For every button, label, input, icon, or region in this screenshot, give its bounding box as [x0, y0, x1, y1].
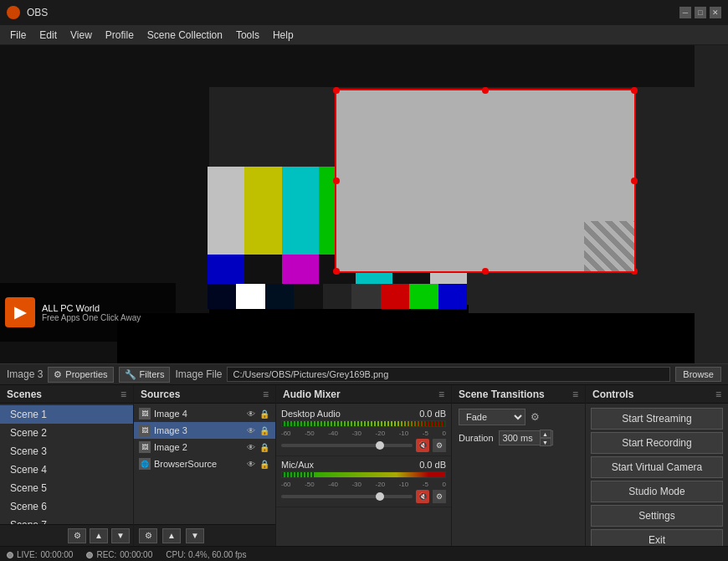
- handle-tm[interactable]: [482, 87, 489, 94]
- source-lock-btn-3[interactable]: 🔒: [259, 458, 270, 470]
- bar-b3: [282, 255, 319, 284]
- scene-item-5[interactable]: Scene 5: [0, 479, 133, 497]
- app-title: OBS: [27, 7, 48, 18]
- close-button[interactable]: ✕: [710, 7, 721, 18]
- desktop-settings-button[interactable]: ⚙: [433, 439, 446, 452]
- sources-panel-menu-icon[interactable]: ≡: [263, 389, 269, 400]
- menu-help[interactable]: Help: [266, 28, 300, 43]
- mic-fader-thumb[interactable]: [376, 492, 384, 501]
- maximize-button[interactable]: □: [695, 7, 706, 18]
- settings-button[interactable]: Settings: [591, 505, 723, 527]
- mic-aux-header: Mic/Aux 0.0 dB: [281, 460, 446, 470]
- start-virtual-camera-button[interactable]: Start Virtual Camera: [591, 456, 723, 478]
- source-lock-btn-2[interactable]: 🔒: [259, 441, 270, 453]
- source-name-0: Image 4: [154, 409, 187, 419]
- left-black: [0, 45, 117, 363]
- bar-yellow: [244, 167, 281, 255]
- cpu-status: CPU: 0.4%, 60.00 fps: [166, 550, 246, 559]
- handle-mr[interactable]: [631, 178, 638, 184]
- mic-mute-button[interactable]: 🔇: [416, 490, 429, 503]
- transition-gear-icon[interactable]: ⚙: [531, 411, 540, 423]
- source-controls-0: 👁 🔒: [245, 408, 270, 419]
- scene-item-3[interactable]: Scene 3: [0, 442, 133, 461]
- scene-item-7[interactable]: Scene 7: [0, 516, 133, 524]
- filters-tab[interactable]: 🔧 Filters: [119, 367, 171, 383]
- mic-settings-button[interactable]: ⚙: [433, 490, 446, 503]
- window-controls: ─ □ ✕: [679, 7, 721, 18]
- sources-settings-button[interactable]: ⚙: [139, 528, 157, 543]
- sources-move-up-button[interactable]: ▲: [162, 528, 181, 543]
- source-name-2: Image 2: [154, 442, 187, 452]
- live-status: LIVE: 00:00:00: [7, 550, 73, 559]
- scene-transitions-panel: Scene Transitions ≡ Fade Cut ⚙ Duration …: [452, 385, 586, 546]
- image-info-bar: Image 3 ⚙ Properties 🔧 Filters Image Fil…: [0, 363, 728, 385]
- menu-file[interactable]: File: [3, 28, 33, 43]
- source-eye-btn-1[interactable]: 👁: [245, 425, 257, 436]
- bottom-black: [117, 313, 695, 363]
- handle-tr[interactable]: [631, 87, 638, 94]
- handle-tl[interactable]: [333, 87, 340, 94]
- audio-panel-menu-icon[interactable]: ≡: [438, 389, 444, 400]
- desktop-audio-level: 0.0 dB: [419, 409, 446, 419]
- handle-br[interactable]: [631, 268, 638, 275]
- properties-tab[interactable]: ⚙ Properties: [48, 367, 113, 383]
- source-lock-btn-1[interactable]: 🔒: [259, 425, 270, 436]
- handle-ml[interactable]: [333, 178, 340, 184]
- scenes-move-down-button[interactable]: ▼: [111, 528, 130, 543]
- menu-edit[interactable]: Edit: [33, 28, 64, 43]
- menu-scene-collection[interactable]: Scene Collection: [141, 28, 229, 43]
- status-bar: LIVE: 00:00:00 REC: 00:00:00 CPU: 0.4%, …: [0, 546, 728, 561]
- source-item-2[interactable]: 🖼 Image 2 👁 🔒: [134, 439, 275, 455]
- duration-input-wrapper: ▲ ▼: [499, 430, 553, 445]
- scene-item-4[interactable]: Scene 4: [0, 461, 133, 479]
- desktop-fader-track[interactable]: [281, 444, 413, 447]
- transition-type-select[interactable]: Fade Cut: [459, 409, 525, 425]
- transitions-menu-icon[interactable]: ≡: [572, 389, 578, 400]
- start-streaming-button[interactable]: Start Streaming: [591, 408, 723, 430]
- exit-button[interactable]: Exit: [591, 529, 723, 546]
- source-name-1: Image 3: [154, 425, 187, 435]
- menu-view[interactable]: View: [64, 28, 99, 43]
- mic-fader-track[interactable]: [281, 495, 413, 498]
- desktop-audio-labels: -60 -50 -40 -30 -20 -10 -5 0: [281, 430, 446, 437]
- bar-cyan: [282, 167, 319, 255]
- browse-button[interactable]: Browse: [675, 367, 721, 382]
- scenes-panel-menu-icon[interactable]: ≡: [120, 389, 126, 400]
- source-item-3[interactable]: 🌐 BrowserSource 👁 🔒: [134, 455, 275, 472]
- menu-profile[interactable]: Profile: [99, 28, 141, 43]
- audio-mixer-panel: Audio Mixer ≡ Desktop Audio 0.0 dB -60 -…: [276, 385, 452, 546]
- scene-item-6[interactable]: Scene 6: [0, 497, 133, 516]
- bar-t3: [265, 284, 294, 309]
- studio-mode-button[interactable]: Studio Mode: [591, 481, 723, 502]
- desktop-mute-button[interactable]: 🔇: [416, 439, 429, 452]
- minimize-button[interactable]: ─: [679, 7, 691, 18]
- sources-move-down-button[interactable]: ▼: [186, 528, 204, 543]
- rec-time: 00:00:00: [120, 550, 152, 559]
- scenes-move-up-button[interactable]: ▲: [90, 528, 108, 543]
- controls-body: Start Streaming Start Recording Start Vi…: [586, 404, 728, 546]
- scene-item-2[interactable]: Scene 2: [0, 424, 133, 442]
- duration-up-btn[interactable]: ▲: [540, 430, 551, 438]
- source-item-0[interactable]: 🖼 Image 4 👁 🔒: [134, 405, 275, 422]
- file-path: C:/Users/OBS/Pictures/Grey169B.png: [227, 367, 670, 382]
- scenes-settings-button[interactable]: ⚙: [68, 528, 86, 543]
- source-item-1[interactable]: 🖼 Image 3 👁 🔒: [134, 422, 275, 439]
- transitions-body: Fade Cut ⚙ Duration ▲ ▼: [452, 404, 585, 546]
- scene-item-1[interactable]: Scene 1: [0, 405, 133, 424]
- source-lock-btn-0[interactable]: 🔒: [259, 408, 270, 419]
- bar-white: [208, 167, 244, 255]
- color-bar-tiny: [208, 284, 467, 309]
- handle-bl[interactable]: [333, 268, 340, 275]
- source-eye-btn-2[interactable]: 👁: [245, 441, 257, 453]
- title-bar: OBS ─ □ ✕: [0, 0, 728, 25]
- mic-aux-label: Mic/Aux: [281, 460, 314, 470]
- source-eye-btn-0[interactable]: 👁: [245, 408, 257, 419]
- desktop-fader-thumb[interactable]: [376, 441, 384, 450]
- source-eye-btn-3[interactable]: 👁: [245, 458, 257, 470]
- start-recording-button[interactable]: Start Recording: [591, 432, 723, 454]
- selected-source-box[interactable]: [335, 89, 636, 273]
- handle-bm[interactable]: [482, 268, 489, 275]
- controls-menu-icon[interactable]: ≡: [715, 389, 721, 400]
- menu-tools[interactable]: Tools: [229, 28, 266, 43]
- duration-down-btn[interactable]: ▼: [540, 438, 551, 446]
